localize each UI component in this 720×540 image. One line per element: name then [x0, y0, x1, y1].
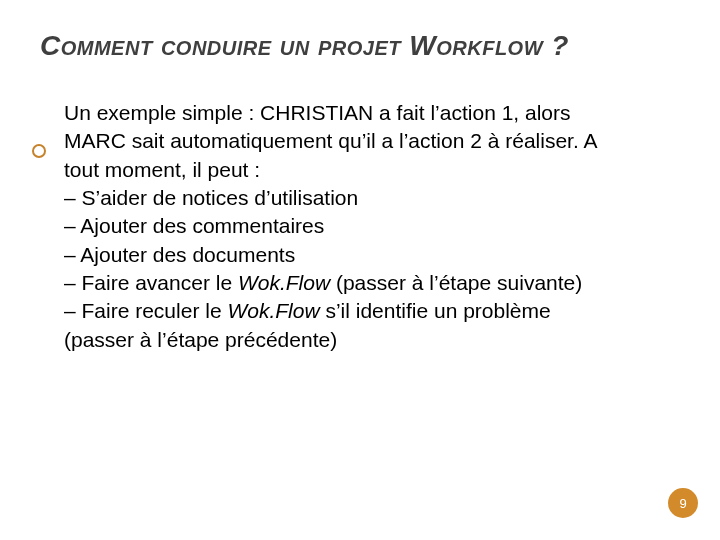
dash4-italic: Wok.Flow — [238, 271, 330, 294]
bullet-icon — [32, 144, 46, 158]
dash-item-4: – Faire avancer le Wok.Flow (passer à l’… — [64, 269, 624, 297]
dash-item-2: – Ajouter des commentaires — [64, 212, 624, 240]
page-number-badge: 9 — [668, 488, 698, 518]
slide: Comment conduire un projet Workflow ? Un… — [0, 0, 720, 540]
dash-item-3: – Ajouter des documents — [64, 241, 624, 269]
body-text: Un exemple simple : CHRISTIAN a fait l’a… — [64, 99, 624, 354]
intro-text: Un exemple simple : CHRISTIAN a fait l’a… — [64, 99, 624, 184]
dash4-post: (passer à l’étape suivante) — [330, 271, 582, 294]
dash4-pre: – Faire avancer le — [64, 271, 238, 294]
dash5-pre: – Faire reculer le — [64, 299, 227, 322]
dash-item-1: – S’aider de notices d’utilisation — [64, 184, 624, 212]
slide-title: Comment conduire un projet Workflow ? — [40, 28, 680, 63]
page-number: 9 — [679, 496, 686, 511]
dash5-italic: Wok.Flow — [227, 299, 319, 322]
dash-item-5: – Faire reculer le Wok.Flow s’il identif… — [64, 297, 624, 354]
